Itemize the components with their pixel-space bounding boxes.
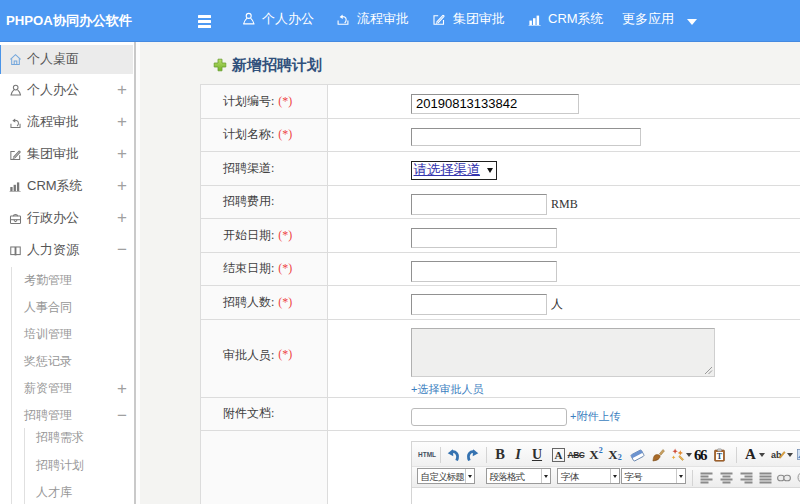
sidebar-item-label: 薪资管理: [24, 380, 72, 397]
collapse-minus-icon[interactable]: −: [113, 406, 131, 426]
toolbar-separator: [486, 447, 487, 463]
sidebar-item-talent-pool[interactable]: 人才库: [0, 479, 133, 504]
resize-handle-icon[interactable]: [704, 366, 713, 375]
font-family-combo[interactable]: 字体: [557, 468, 620, 485]
headcount-input[interactable]: [411, 294, 547, 315]
svg-text:T: T: [717, 451, 723, 460]
sidebar-item-hr-contract[interactable]: 人事合同: [0, 294, 133, 321]
bold-button[interactable]: B: [492, 442, 508, 467]
end-date-input[interactable]: [411, 261, 557, 282]
paragraph-format-combo[interactable]: 段落格式: [486, 468, 551, 485]
approvers-textarea[interactable]: [411, 328, 715, 377]
expand-plus-icon[interactable]: +: [113, 144, 131, 164]
format-painter-button[interactable]: [649, 442, 666, 467]
plan-no-input[interactable]: [411, 94, 579, 114]
sidebar-item-salary[interactable]: 薪资管理 +: [0, 375, 133, 402]
required-mark: (*): [278, 295, 292, 310]
sidebar-item-personal-office[interactable]: 个人办公 +: [0, 74, 133, 106]
plan-name-input[interactable]: [411, 128, 641, 146]
paste-text-button[interactable]: T: [711, 442, 728, 467]
nav-workflow-approval[interactable]: 流程审批: [336, 0, 409, 38]
combo-caret-icon[interactable]: [676, 469, 685, 484]
expand-plus-icon[interactable]: +: [113, 80, 131, 100]
dropdown-caret-icon[interactable]: [787, 453, 793, 457]
image-icon: [797, 448, 800, 461]
topbar: PHPOA协同办公软件 个人办公 流程审批 集团审批 CRM系统: [0, 0, 800, 42]
auto-typeset-button[interactable]: [669, 442, 687, 467]
sidebar-item-attendance[interactable]: 考勤管理: [0, 267, 133, 294]
choose-approvers-link[interactable]: +选择审批人员: [411, 382, 483, 397]
superscript-button[interactable]: X2: [588, 442, 604, 467]
subscript-button[interactable]: X2: [607, 442, 623, 467]
nav-personal-office[interactable]: 个人办公: [242, 0, 314, 38]
dropdown-caret-icon[interactable]: [759, 453, 765, 457]
nav-label: 流程审批: [357, 10, 409, 28]
blockquote-button[interactable]: 66: [691, 442, 709, 467]
expand-plus-icon[interactable]: +: [113, 112, 131, 132]
attachment-upload-link[interactable]: +附件上传: [570, 409, 620, 424]
highlight-ab-icon: ab: [770, 448, 786, 461]
nav-label: 更多应用: [622, 10, 674, 28]
recruit-plan-form: 计划编号: (*) 计划名称: (*) 招聘渠道: 请选择渠道 招聘费用:: [200, 84, 800, 504]
collapse-minus-icon[interactable]: −: [113, 240, 131, 260]
nav-group-approval[interactable]: 集团审批: [432, 0, 505, 38]
align-justify-button[interactable]: [757, 467, 773, 488]
sidebar-item-desktop[interactable]: 个人桌面: [0, 45, 133, 74]
budget-input[interactable]: [411, 194, 547, 215]
unlink-icon: [797, 471, 800, 484]
sidebar-item-hr[interactable]: 人力资源 −: [0, 234, 133, 266]
insert-image-button[interactable]: [796, 442, 800, 467]
sidebar-item-group-approval[interactable]: 集团审批 +: [0, 138, 133, 170]
sidebar-item-training[interactable]: 培训管理: [0, 321, 133, 348]
sidebar-item-rewards[interactable]: 奖惩记录: [0, 348, 133, 375]
background-color-button[interactable]: ab: [769, 442, 787, 467]
align-left-icon: [700, 471, 713, 484]
sidebar-item-recruit-demand[interactable]: 招聘需求: [0, 424, 133, 452]
attachment-input[interactable]: [411, 408, 567, 426]
sidebar-item-recruit-plan[interactable]: 招聘计划: [0, 452, 133, 480]
remove-format-button[interactable]: [629, 442, 646, 467]
sidebar-item-crm[interactable]: CRM系统 +: [0, 170, 133, 202]
required-mark: (*): [278, 347, 292, 362]
nav-more-apps[interactable]: 更多应用: [622, 0, 674, 38]
nav-crm-system[interactable]: CRM系统: [528, 0, 604, 38]
font-size-combo[interactable]: 字号: [621, 468, 686, 485]
hamburger-menu-icon[interactable]: [198, 15, 211, 28]
caret-down-icon[interactable]: [687, 19, 697, 25]
start-date-input[interactable]: [411, 228, 557, 248]
sidebar-item-admin-office[interactable]: 行政办公 +: [0, 202, 133, 234]
edit-square-icon: [432, 12, 446, 26]
form-row-headcount: 招聘人数: (*) 人: [201, 286, 800, 320]
redo-icon: [465, 447, 480, 462]
align-right-button[interactable]: [738, 467, 754, 488]
combo-caret-icon[interactable]: [610, 469, 619, 484]
field-value-cell: +附件上传: [328, 398, 800, 431]
custom-title-combo[interactable]: 自定义标题: [417, 468, 475, 485]
align-center-button[interactable]: [718, 467, 734, 488]
channel-select[interactable]: 请选择渠道: [411, 161, 497, 180]
underline-button[interactable]: U: [529, 442, 545, 467]
form-row-plan-no: 计划编号: (*): [201, 85, 800, 119]
font-color-button[interactable]: A: [742, 442, 759, 467]
form-row-channel: 招聘渠道: 请选择渠道: [201, 152, 800, 186]
field-value-cell: [328, 119, 800, 152]
align-right-icon: [740, 471, 753, 484]
insert-link-button[interactable]: [775, 467, 793, 488]
italic-button[interactable]: I: [510, 442, 526, 467]
combo-caret-icon[interactable]: [465, 469, 474, 484]
editor-content-area[interactable]: [412, 488, 800, 504]
expand-plus-icon[interactable]: +: [113, 379, 131, 399]
html-source-button[interactable]: HTML: [417, 442, 437, 467]
expand-plus-icon[interactable]: +: [113, 176, 131, 196]
clipboard-text-icon: T: [713, 448, 726, 462]
font-border-button[interactable]: A: [550, 442, 567, 467]
remove-link-button[interactable]: [795, 467, 800, 488]
expand-plus-icon[interactable]: +: [113, 208, 131, 228]
sidebar-item-label: 人力资源: [27, 241, 79, 259]
combo-caret-icon[interactable]: [541, 469, 550, 484]
redo-button[interactable]: [461, 442, 483, 467]
field-label-text: 计划编号:: [223, 93, 274, 110]
strikethrough-button[interactable]: ABC: [568, 442, 584, 467]
align-left-button[interactable]: [698, 467, 714, 488]
sidebar-item-workflow-approval[interactable]: 流程审批 +: [0, 106, 133, 138]
